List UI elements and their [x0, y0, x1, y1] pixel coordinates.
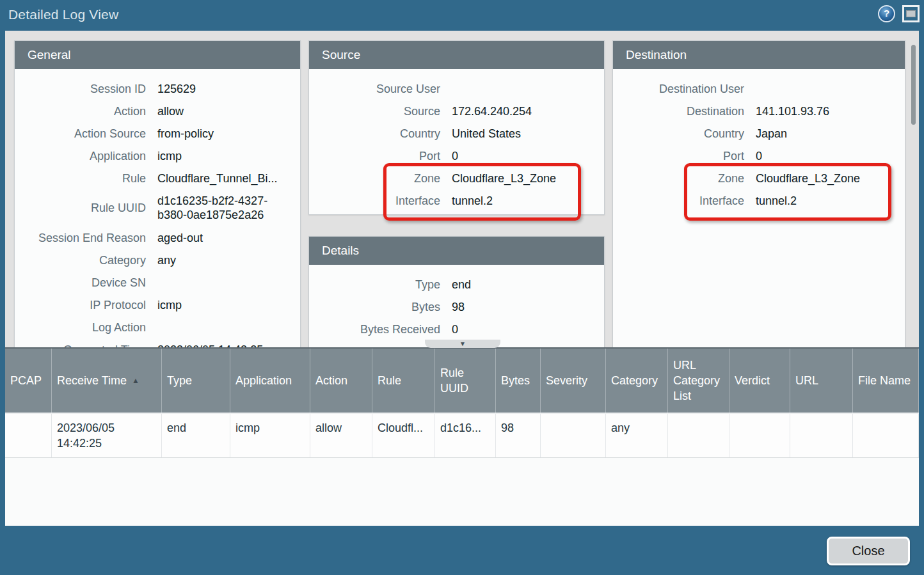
destination-panel-body: Destination User Destination141.101.93.7… — [613, 69, 905, 212]
cell-rule: Cloudfl... — [372, 414, 435, 457]
field-destination-port: Port0 — [613, 145, 905, 167]
field-session-end-reason: Session End Reasonaged-out — [15, 226, 300, 249]
cell-file-name — [853, 414, 919, 457]
field-category: Categoryany — [15, 249, 300, 271]
panels-scrollbar-thumb[interactable] — [911, 45, 916, 125]
cell-severity — [541, 414, 606, 457]
cell-pcap — [5, 414, 52, 457]
table-row[interactable]: 2023/06/05 14:42:25 end icmp allow Cloud… — [5, 414, 919, 458]
field-source-country: CountryUnited States — [309, 122, 604, 145]
field-source-port: Port0 — [309, 145, 604, 167]
column-header-url-category-list[interactable]: URL Category List — [668, 349, 729, 413]
column-header-url[interactable]: URL — [790, 349, 853, 413]
field-destination-user: Destination User — [613, 77, 905, 100]
window-maximize-icon[interactable] — [902, 5, 920, 22]
close-button[interactable]: Close — [827, 537, 910, 565]
field-source: Source172.64.240.254 — [309, 100, 604, 122]
column-header-file-name[interactable]: File Name — [853, 349, 919, 413]
field-action-source: Action Sourcefrom-policy — [15, 122, 300, 145]
cell-application: icmp — [230, 414, 310, 457]
general-panel-title: General — [15, 41, 300, 69]
general-panel: General Session ID125629 Actionallow Act… — [14, 40, 301, 347]
cell-receive-time: 2023/06/05 14:42:25 — [52, 414, 162, 457]
cell-verdict — [729, 414, 790, 457]
cell-url-category-list — [668, 414, 729, 457]
field-device-sn: Device SN — [15, 271, 300, 294]
column-header-type[interactable]: Type — [162, 349, 230, 413]
field-destination: Destination141.101.93.76 — [613, 100, 905, 122]
cell-action: allow — [310, 414, 372, 457]
window-glyph — [906, 10, 916, 17]
cell-type: end — [162, 414, 230, 457]
splitter-handle[interactable]: ▼ — [425, 340, 500, 348]
column-header-rule[interactable]: Rule — [372, 349, 435, 413]
details-panel: Details Typeend Bytes98 Bytes Received0 — [308, 236, 605, 347]
page-title: Detailed Log View — [8, 7, 118, 22]
destination-panel-title: Destination — [613, 41, 905, 69]
field-generated-time: Generated Time2023/06/05 14:42:25 — [15, 338, 300, 347]
field-destination-country: CountryJapan — [613, 122, 905, 145]
field-source-user: Source User — [309, 77, 604, 100]
help-icon[interactable]: ? — [878, 5, 895, 22]
field-destination-zone: ZoneCloudflare_L3_Zone — [613, 167, 905, 189]
field-bytes: Bytes98 — [309, 295, 604, 318]
source-panel: Source Source User Source172.64.240.254 … — [308, 40, 605, 215]
field-destination-interface: Interfacetunnel.2 — [613, 189, 905, 212]
column-header-action[interactable]: Action — [310, 349, 372, 413]
field-source-zone: ZoneCloudflare_L3_Zone — [309, 167, 604, 189]
column-header-application[interactable]: Application — [230, 349, 310, 413]
field-rule-uuid: Rule UUIDd1c16235-b2f2-4327-b380-0ae1875… — [15, 189, 300, 226]
column-header-pcap[interactable]: PCAP — [5, 349, 52, 413]
sort-ascending-icon: ▲ — [132, 373, 139, 388]
field-application: Applicationicmp — [15, 145, 300, 167]
field-session-id: Session ID125629 — [15, 77, 300, 100]
field-ip-protocol: IP Protocolicmp — [15, 294, 300, 316]
chevron-down-icon: ▼ — [459, 341, 466, 347]
details-panel-title: Details — [309, 237, 604, 265]
cell-category: any — [606, 414, 668, 457]
details-panel-body: Typeend Bytes98 Bytes Received0 — [309, 265, 604, 340]
source-panel-title: Source — [309, 41, 604, 69]
field-log-action: Log Action — [15, 316, 300, 338]
field-bytes-received: Bytes Received0 — [309, 318, 604, 340]
log-table-header-row: PCAP Receive Time▲ Type Application Acti… — [5, 349, 919, 414]
field-type: Typeend — [309, 273, 604, 295]
destination-panel: Destination Destination User Destination… — [612, 40, 905, 347]
field-source-interface: Interfacetunnel.2 — [309, 189, 604, 212]
column-header-category[interactable]: Category — [606, 349, 668, 413]
cell-rule-uuid: d1c16... — [435, 414, 496, 457]
log-detail-panels-region: General Session ID125629 Actionallow Act… — [5, 31, 919, 347]
column-header-bytes[interactable]: Bytes — [496, 349, 541, 413]
field-action: Actionallow — [15, 100, 300, 122]
column-header-receive-time[interactable]: Receive Time▲ — [52, 349, 162, 413]
column-header-severity[interactable]: Severity — [541, 349, 606, 413]
general-panel-body: Session ID125629 Actionallow Action Sour… — [15, 69, 300, 347]
field-rule: RuleCloudflare_Tunnel_Bi... — [15, 167, 300, 189]
column-header-verdict[interactable]: Verdict — [729, 349, 790, 413]
cell-url — [790, 414, 853, 457]
column-header-rule-uuid[interactable]: Rule UUID — [435, 349, 496, 413]
log-table: PCAP Receive Time▲ Type Application Acti… — [5, 347, 919, 526]
cell-bytes: 98 — [496, 414, 541, 457]
source-panel-body: Source User Source172.64.240.254 Country… — [309, 69, 604, 212]
